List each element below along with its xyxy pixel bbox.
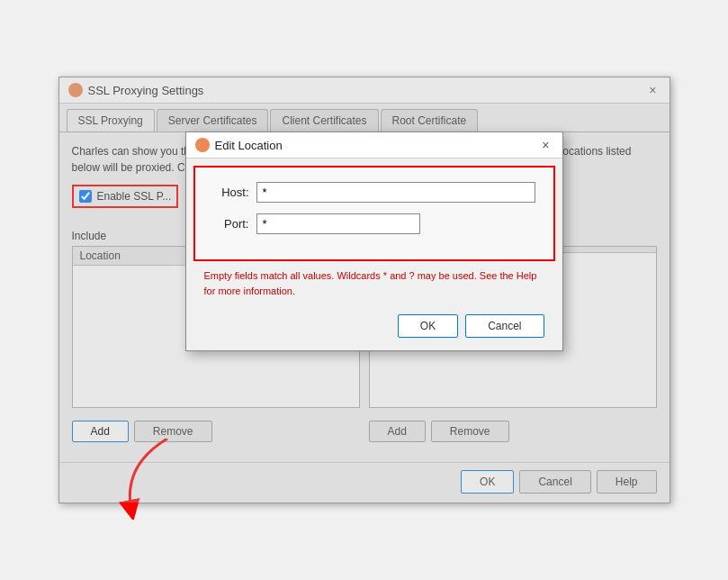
host-label: Host: <box>213 186 249 199</box>
port-input[interactable] <box>256 213 420 234</box>
dialog-title: Edit Location <box>215 139 283 152</box>
dialog-cancel-button[interactable]: Cancel <box>465 314 544 338</box>
host-field-row: Host: <box>213 182 535 203</box>
dialog-fields: Host: Port: <box>193 166 555 261</box>
dialog-ok-button[interactable]: OK <box>398 314 458 338</box>
main-window: SSL Proxying Settings × SSL Proxying Ser… <box>58 77 670 503</box>
dialog-title-bar: Edit Location × <box>186 132 562 159</box>
dialog-buttons: OK Cancel <box>186 309 562 350</box>
dialog-close-button[interactable]: × <box>538 138 553 152</box>
port-label: Port: <box>213 217 249 231</box>
dialog-overlay: Edit Location × Host: Port: Empty fields… <box>59 77 670 503</box>
dialog-title-left: Edit Location <box>195 138 283 152</box>
dialog-app-icon <box>195 138 210 152</box>
host-input[interactable] <box>256 182 535 203</box>
dialog-help-text: Empty fields match all values. Wildcards… <box>204 268 544 298</box>
port-field-row: Port: <box>213 213 535 234</box>
edit-location-dialog: Edit Location × Host: Port: Empty fields… <box>185 131 563 351</box>
